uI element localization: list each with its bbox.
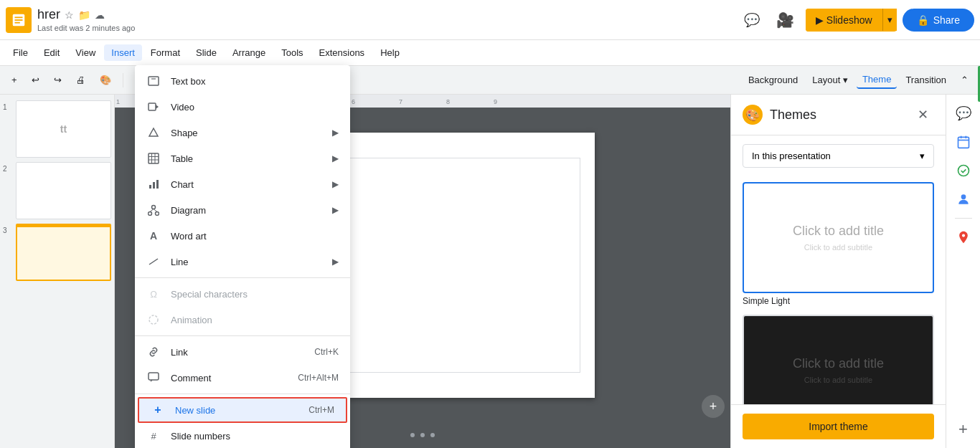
menu-slide[interactable]: Slide [189, 44, 224, 61]
tab-layout[interactable]: Layout ▾ [806, 72, 854, 88]
line-icon [146, 254, 161, 269]
svg-point-34 [149, 212, 152, 216]
top-bar: hrer ☆ 📁 ☁ Last edit was 2 minutes ago 💬… [0, 0, 980, 40]
slide-thumb-3[interactable]: 3 [3, 224, 111, 281]
right-sidebar: 💬 + [946, 95, 980, 448]
svg-rect-31 [153, 182, 155, 189]
menu-extensions[interactable]: Extensions [312, 44, 372, 61]
svg-rect-25 [149, 153, 159, 163]
top-actions: 💬 🎥 ▶ Slideshow ▾ 🔒 Share [739, 7, 974, 33]
menu-arrange[interactable]: Arrange [225, 44, 273, 61]
insert-menu-animation[interactable]: Animation [135, 307, 350, 333]
slides-panel: 1 tt 2 3 [0, 95, 115, 448]
zoom-button[interactable]: + [702, 395, 725, 418]
insert-menu-link[interactable]: Link Ctrl+K [135, 339, 350, 365]
svg-rect-2 [15, 19, 23, 21]
doc-title[interactable]: hrer [37, 7, 60, 22]
themes-dropdown[interactable]: In this presentation ▾ [743, 144, 934, 168]
folder-icon[interactable]: 📁 [78, 9, 90, 21]
svg-marker-24 [149, 128, 158, 136]
slide-preview-3[interactable] [16, 224, 111, 281]
menu-divider-1 [135, 277, 350, 278]
theme-light-subtitle: Click to add subtitle [804, 243, 872, 252]
insert-menu-diagram[interactable]: Diagram ▶ [135, 197, 350, 223]
menu-help[interactable]: Help [373, 44, 407, 61]
theme-dark-subtitle: Click to add subtitle [804, 376, 872, 384]
themes-title: 🎨 Themes [743, 105, 816, 125]
sidebar-contacts-icon[interactable] [951, 186, 976, 212]
menu-tools[interactable]: Tools [274, 44, 310, 61]
collapse-button[interactable]: ⌃ [955, 72, 974, 88]
menu-view[interactable]: View [68, 44, 103, 61]
menu-edit[interactable]: Edit [37, 44, 67, 61]
insert-menu-new-slide[interactable]: + New slide Ctrl+M [138, 397, 347, 423]
svg-rect-1 [15, 16, 23, 18]
menu-file[interactable]: File [6, 44, 35, 61]
slide-preview-2[interactable] [16, 162, 111, 219]
redo-button[interactable]: ↪ [48, 72, 67, 88]
chat-button[interactable]: 💬 [739, 7, 765, 33]
insert-menu-table[interactable]: Table ▶ [135, 146, 350, 171]
insert-menu-special-chars[interactable]: Ω Special characters [135, 281, 350, 307]
slideshow-dropdown-button[interactable]: ▾ [882, 9, 897, 31]
menu-insert[interactable]: Insert [104, 44, 142, 61]
slideshow-button[interactable]: ▶ Slideshow [806, 9, 882, 32]
svg-point-19 [961, 194, 966, 199]
insert-menu-wordart[interactable]: A Word art [135, 223, 350, 249]
special-chars-icon: Ω [146, 287, 161, 301]
sidebar-maps-icon[interactable] [951, 224, 976, 250]
line-arrow: ▶ [332, 257, 339, 267]
sidebar-separator [955, 218, 972, 219]
insert-menu-chart[interactable]: Chart ▶ [135, 171, 350, 197]
slide-preview-1[interactable]: tt [16, 100, 111, 158]
insert-menu-comment[interactable]: Comment Ctrl+Alt+M [135, 365, 350, 391]
svg-marker-23 [156, 105, 159, 109]
print-button[interactable]: 🖨 [70, 72, 91, 88]
slide-thumb-1[interactable]: 1 tt [3, 100, 111, 158]
theme-item-simple-light[interactable]: Click to add title Click to add subtitle… [743, 182, 934, 306]
insert-menu-line[interactable]: Line ▶ [135, 249, 350, 275]
svg-point-35 [156, 212, 159, 216]
new-slide-icon: + [151, 403, 165, 417]
svg-text:9: 9 [494, 98, 497, 105]
comment-label: Comment [171, 373, 286, 383]
slide-thumb-2[interactable]: 2 [3, 162, 111, 219]
svg-line-37 [154, 209, 157, 212]
last-edit-label: Last edit was 2 minutes ago [37, 24, 739, 32]
sidebar-chat-icon[interactable]: 💬 [951, 100, 976, 126]
themes-close-button[interactable]: ✕ [911, 103, 934, 126]
paint-button[interactable]: 🎨 [94, 72, 117, 88]
insert-menu-textbox[interactable]: Text box [135, 68, 350, 94]
sidebar-add-button[interactable]: + [951, 416, 976, 442]
diagram-icon [146, 203, 161, 217]
insert-menu-video[interactable]: Video [135, 94, 350, 120]
insert-menu-slide-numbers[interactable]: # Slide numbers [135, 423, 350, 448]
tab-theme[interactable]: Theme [857, 71, 897, 89]
star-icon[interactable]: ☆ [65, 9, 74, 21]
undo-button[interactable]: ↩ [26, 72, 45, 88]
tab-transition[interactable]: Transition [900, 72, 952, 88]
share-button[interactable]: 🔒 Share [903, 9, 974, 32]
themes-title-label: Themes [770, 108, 816, 123]
sidebar-tasks-icon[interactable] [951, 158, 976, 184]
menu-format[interactable]: Format [143, 44, 187, 61]
animation-label: Animation [171, 315, 339, 325]
svg-rect-32 [156, 180, 159, 189]
sidebar-calendar-icon[interactable] [951, 129, 976, 155]
video-label: Video [171, 102, 339, 113]
shape-icon [146, 125, 161, 140]
tab-background[interactable]: Background [743, 72, 804, 88]
theme-item-simple-dark[interactable]: Click to add title Click to add subtitle… [743, 315, 934, 404]
import-theme-button[interactable]: Import theme [743, 414, 934, 439]
menu-bar: File Edit View Insert Format Slide Arran… [0, 40, 980, 66]
handle-dot-1 [410, 433, 415, 437]
insert-menu-shape[interactable]: Shape ▶ [135, 120, 350, 146]
cloud-icon[interactable]: ☁ [95, 9, 105, 21]
svg-text:8: 8 [446, 98, 450, 105]
wordart-label: Word art [171, 231, 339, 242]
meet-button[interactable]: 🎥 [771, 9, 800, 32]
themes-scroll: Click to add title Click to add subtitle… [731, 176, 946, 404]
special-chars-label: Special characters [171, 289, 339, 300]
video-icon [146, 100, 161, 114]
add-button[interactable]: + [6, 72, 23, 88]
